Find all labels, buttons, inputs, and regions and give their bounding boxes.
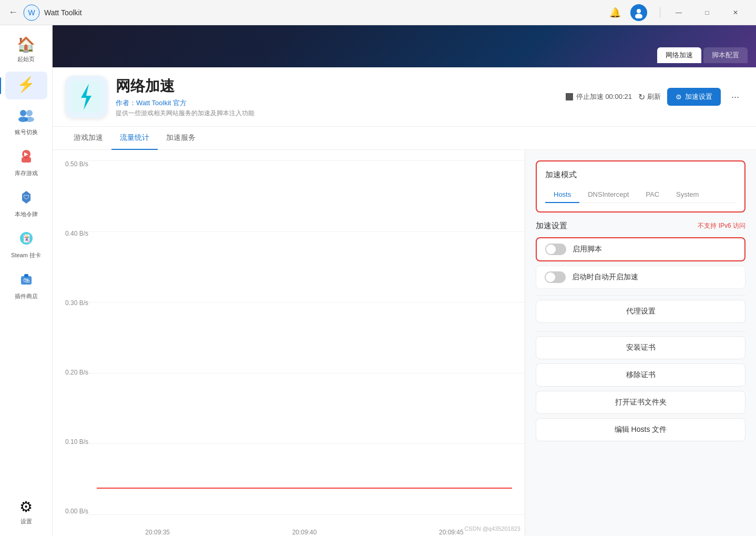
chart-area: 0.50 B/s 0.40 B/s 0.30 B/s 0.20 B/s 0.10… (53, 150, 525, 536)
token-icon: 🛡 (19, 190, 34, 208)
ipv6-warning: 不支持 IPv6 访问 (698, 221, 745, 230)
sidebar-item-token-label: 本地令牌 (15, 210, 38, 218)
sidebar-item-speed[interactable]: ⚡ (5, 72, 47, 99)
banner: 网络加速 脚本配置 (53, 25, 756, 67)
chart-canvas (97, 160, 512, 504)
home-icon: 🏠 (17, 36, 35, 53)
y-label-2: 0.20 B/s (65, 369, 88, 376)
mode-tab-pac[interactable]: PAC (637, 186, 668, 203)
plugin-icon: 🛍 (19, 272, 34, 290)
svg-text:🛍: 🛍 (23, 277, 29, 284)
svg-text:▶: ▶ (24, 151, 28, 157)
x-label-2: 20:09:45 (439, 529, 464, 536)
sidebar-item-account[interactable]: 账号切换 (5, 104, 47, 140)
right-panel: 加速模式 Hosts DNSIntercept PAC System 加速设置 … (525, 150, 756, 536)
bell-icon[interactable]: 🔔 (609, 7, 621, 18)
sidebar-item-plugin[interactable]: 🛍 插件商店 (5, 268, 47, 305)
divider-1 (536, 295, 745, 296)
x-label-1: 20:09:40 (292, 529, 317, 536)
close-button[interactable]: ✕ (723, 4, 748, 21)
app-title-text: 网络加速 (116, 76, 566, 96)
settings-btn-icon: ⚙ (676, 93, 682, 101)
minimize-button[interactable]: — (667, 4, 691, 21)
user-avatar[interactable] (630, 4, 647, 21)
sidebar-item-home[interactable]: 🏠 起始页 (5, 32, 47, 67)
mode-title: 加速模式 (545, 170, 736, 180)
banner-tab-script[interactable]: 脚本配置 (703, 47, 748, 63)
svg-point-5 (20, 110, 26, 116)
sidebar-item-token[interactable]: 🛡 本地令牌 (5, 186, 47, 223)
edit-hosts-button[interactable]: 编辑 Hosts 文件 (536, 418, 745, 441)
svg-point-3 (637, 9, 641, 13)
chart-x-labels: 20:09:35 20:09:40 20:09:45 (84, 529, 525, 536)
tab-game-speed[interactable]: 游戏加速 (65, 127, 111, 150)
more-button[interactable]: ··· (727, 89, 743, 105)
settings-btn-label: 加速设置 (685, 92, 712, 102)
refresh-button[interactable]: ↻ 刷新 (638, 92, 661, 102)
app-description: 提供一些游戏相关网站服务的加速及脚本注入功能 (116, 109, 566, 118)
sidebar-item-steamcard-label: Steam 挂卡 (11, 251, 41, 259)
mode-tab-hosts[interactable]: Hosts (545, 186, 579, 203)
settings-header: 加速设置 不支持 IPv6 访问 (536, 221, 745, 231)
sidebar-item-settings[interactable]: ⚙ 设置 (5, 494, 47, 530)
chart-data-line (97, 488, 512, 489)
tab-speed-service[interactable]: 加速服务 (158, 127, 204, 150)
y-label-1: 0.10 B/s (65, 438, 88, 446)
app-logo: W (23, 4, 40, 21)
sidebar-item-account-label: 账号切换 (15, 128, 38, 136)
y-label-4: 0.40 B/s (65, 230, 88, 237)
app-body: 🏠 起始页 ⚡ 账号切换 ▶ (0, 25, 756, 536)
sidebar-item-plugin-label: 插件商店 (15, 292, 38, 300)
chart-y-labels: 0.50 B/s 0.40 B/s 0.30 B/s 0.20 B/s 0.10… (65, 160, 88, 515)
app-actions: 停止加速 00:00:21 ↻ 刷新 ⚙ 加速设置 ··· (566, 88, 743, 106)
app-author: 作者：Watt Toolkit 官方 (116, 98, 566, 108)
main-content: 网络加速 脚本配置 网络加速 作者：Watt Toolkit 官方 提供一些游戏… (53, 25, 756, 536)
divider-2 (536, 331, 745, 332)
enable-script-toggle[interactable] (545, 244, 566, 255)
app-header: 网络加速 作者：Watt Toolkit 官方 提供一些游戏相关网站服务的加速及… (53, 67, 756, 127)
svg-rect-10 (22, 157, 31, 163)
banner-tab-network[interactable]: 网络加速 (657, 47, 701, 63)
mode-tab-dns[interactable]: DNSIntercept (579, 186, 637, 203)
back-button[interactable]: ← (8, 7, 18, 18)
stop-button[interactable]: 停止加速 00:00:21 (566, 92, 632, 102)
open-cert-folder-button[interactable]: 打开证书文件夹 (536, 391, 745, 414)
account-icon (18, 108, 35, 126)
refresh-label: 刷新 (647, 92, 661, 102)
y-label-3: 0.30 B/s (65, 299, 88, 307)
settings-icon: ⚙ (19, 498, 33, 515)
proxy-settings-button[interactable]: 代理设置 (536, 300, 745, 323)
y-label-0: 0.00 B/s (65, 508, 88, 515)
watermark: CSDN @q435201823 (464, 525, 520, 532)
settings-button[interactable]: ⚙ 加速设置 (667, 88, 721, 106)
install-cert-button[interactable]: 安装证书 (536, 336, 745, 359)
maximize-button[interactable]: □ (695, 4, 719, 21)
app-title: Watt Toolkit (44, 8, 609, 17)
sub-tabs: 游戏加速 流量统计 加速服务 (53, 127, 756, 150)
settings-title: 加速设置 (536, 221, 567, 231)
main-split: 0.50 B/s 0.40 B/s 0.30 B/s 0.20 B/s 0.10… (53, 150, 756, 536)
settings-section: 加速设置 不支持 IPv6 访问 启用脚本 (536, 221, 745, 289)
sidebar-item-steam-card[interactable]: 🃏 Steam 挂卡 (5, 227, 47, 264)
auto-start-toggle[interactable] (545, 271, 566, 283)
enable-script-row[interactable]: 启用脚本 (536, 237, 745, 261)
sidebar-item-library[interactable]: ▶ 库存游戏 (5, 145, 47, 181)
app-icon-box (65, 76, 107, 118)
sidebar-item-library-label: 库存游戏 (15, 169, 38, 177)
svg-point-6 (26, 110, 33, 116)
tab-traffic[interactable]: 流量统计 (111, 127, 158, 150)
banner-tabs: 网络加速 脚本配置 (657, 47, 748, 63)
library-icon: ▶ (18, 149, 34, 167)
lightning-icon: ⚡ (17, 76, 35, 93)
auto-start-row[interactable]: 启动时自动开启加速 (536, 266, 745, 289)
svg-point-8 (25, 117, 34, 122)
mode-tab-system[interactable]: System (668, 186, 707, 203)
stop-icon (566, 93, 573, 100)
remove-cert-button[interactable]: 移除证书 (536, 363, 745, 387)
svg-text:W: W (28, 8, 35, 17)
window-controls: 🔔 — □ ✕ (609, 4, 748, 21)
auto-start-label: 启动时自动开启加速 (572, 272, 638, 282)
sidebar-item-home-label: 起始页 (17, 55, 35, 63)
steam-card-icon: 🃏 (19, 231, 34, 249)
grid-line (84, 514, 525, 515)
